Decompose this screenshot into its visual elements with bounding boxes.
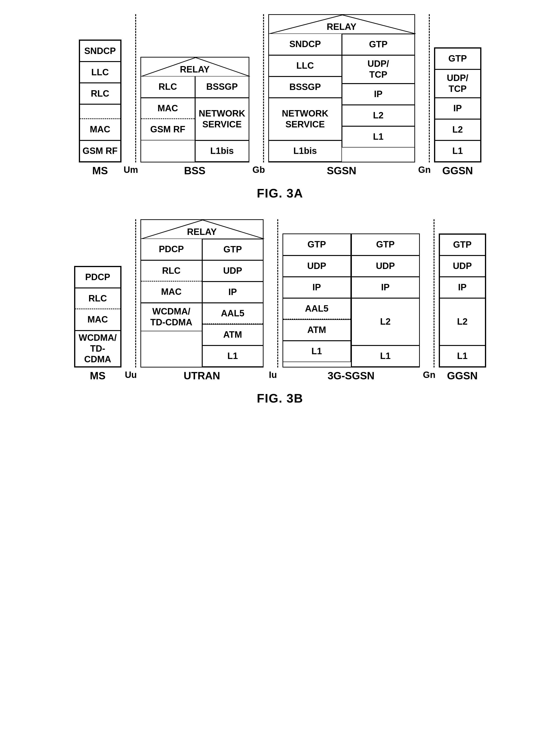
bss-left-col: RLC MAC GSM RF <box>141 77 195 162</box>
gb-interface <box>249 14 268 162</box>
iu-label-area: Iu <box>263 370 282 380</box>
ms3b-mac: MAC <box>75 309 121 331</box>
ggsn-group-3a: GTP UDP/TCP IP L2 L1 <box>434 47 481 162</box>
sgsn3g-atm-l: ATM <box>283 319 351 341</box>
fig3b-diagram: PDCP RLC MAC WCDMA/TD-CDMA <box>74 219 486 382</box>
sgsn-bssgp: BSSGP <box>269 77 341 98</box>
ms-stack: SNDCP LLC RLC MAC GSM RF <box>79 40 121 162</box>
figure-3b: PDCP RLC MAC WCDMA/TD-CDMA <box>19 219 541 405</box>
sgsn3g-udp-l: UDP <box>283 256 351 277</box>
bss-rlc: RLC <box>141 77 195 98</box>
uu-interface <box>121 219 140 368</box>
ggsn-stack-3a: GTP UDP/TCP IP L2 L1 <box>434 47 481 162</box>
labels-row-3a: MS Um BSS Gb SGSN <box>79 165 481 177</box>
utran-group: RELAY PDCP RLC MAC WCDMA/TD-CDMA <box>140 219 263 368</box>
ms-rlc: RLC <box>80 83 121 104</box>
ggsn-stack-3b: GTP UDP IP L2 L1 <box>439 234 486 368</box>
sgsn3g-l1-r: L1 <box>352 345 419 367</box>
sgsn3g-left-col: GTP UDP IP AAL5 ATM L1 <box>283 234 351 367</box>
sgsn-ip: IP <box>342 84 414 105</box>
ms-label-3b: MS <box>74 370 121 382</box>
utran-relay-header: RELAY <box>141 220 263 239</box>
ggsn-ip: IP <box>435 98 481 119</box>
sgsn3g-aal5-l: AAL5 <box>283 298 351 319</box>
bss-bssgp: BSSGP <box>195 77 248 98</box>
sgsn-llc: LLC <box>269 55 341 77</box>
fig3a-caption: FIG. 3A <box>257 186 303 200</box>
fig3b-caption: FIG. 3B <box>257 391 303 405</box>
ms-gsmrf: GSM RF <box>80 140 121 162</box>
utran-right-col: GTP UDP IP AAL5 ATM L1 <box>202 239 263 367</box>
fig3a-diagram: SNDCP LLC RLC MAC GSM RF <box>79 14 481 177</box>
bss-label-area: BSS <box>140 165 249 177</box>
sgsn-relay-columns: SNDCP LLC BSSGP NETWORK SERVICE L1bis GT… <box>269 34 414 162</box>
ggsn-l1: L1 <box>435 140 481 162</box>
sgsn-left-col: SNDCP LLC BSSGP NETWORK SERVICE L1bis <box>269 34 341 162</box>
ms-group: SNDCP LLC RLC MAC GSM RF <box>79 40 121 162</box>
sgsn3g-box: GTP UDP IP AAL5 ATM L1 GTP UDP <box>282 234 420 368</box>
sgsn-sndcp: SNDCP <box>269 34 341 55</box>
utran-rlc: RLC <box>141 260 202 281</box>
gb-label-area: Gb <box>249 165 268 175</box>
iu-interface <box>263 219 282 368</box>
ms-mac: MAC <box>80 119 121 140</box>
utran-wcdma: WCDMA/TD-CDMA <box>141 303 202 331</box>
sgsn-gtp: GTP <box>342 34 414 55</box>
gn-interface-3b <box>420 219 439 368</box>
utran-aal5: AAL5 <box>202 303 263 324</box>
ms3b-rlc: RLC <box>75 288 121 309</box>
bss-network-service: NETWORK SERVICE <box>195 98 248 140</box>
sgsn-relay-header: RELAY <box>269 15 414 34</box>
sgsn3g-l2-r: L2 <box>352 298 419 345</box>
ms-group-3b: PDCP RLC MAC WCDMA/TD-CDMA <box>74 266 121 368</box>
utran-relay-box: RELAY PDCP RLC MAC WCDMA/TD-CDMA <box>140 219 263 368</box>
sgsn-l1bis: L1bis <box>269 140 341 162</box>
um-interface <box>121 14 140 162</box>
utran-left-col: PDCP RLC MAC WCDMA/TD-CDMA <box>141 239 202 367</box>
ms-dashed <box>80 104 121 119</box>
ms3b-pdcp: PDCP <box>75 266 121 288</box>
figures-container: SNDCP LLC RLC MAC GSM RF <box>19 14 541 405</box>
sgsn-l1: L1 <box>342 126 414 147</box>
bss-relay-columns: RLC MAC GSM RF BSSGP NETWORK SERVICE L1b… <box>141 77 248 162</box>
sgsn-udptcp: UDP/TCP <box>342 55 414 84</box>
sgsn-relay-box: RELAY SNDCP LLC BSSGP NETWORK SERVICE L1… <box>268 14 415 162</box>
sgsn3g-gtp-l: GTP <box>283 234 351 256</box>
sgsn-relay-label: RELAY <box>327 22 356 33</box>
ggsn-label-area-3b: GGSN <box>439 370 486 382</box>
bss-gsmrf: GSM RF <box>141 119 195 140</box>
sgsn3g-gtp-r: GTP <box>352 234 419 256</box>
ggsn3b-l1: L1 <box>439 345 485 367</box>
um-label-area: Um <box>121 165 140 175</box>
utran-relay-label: RELAY <box>187 227 217 238</box>
utran-pdcp: PDCP <box>141 239 202 260</box>
sgsn3g-ip-r: IP <box>352 277 419 298</box>
utran-udp: UDP <box>202 260 263 281</box>
gn-label-area-3b: Gn <box>420 370 439 380</box>
utran-ip: IP <box>202 281 263 303</box>
ggsn3b-ip: IP <box>439 277 485 298</box>
sgsn-group: RELAY SNDCP LLC BSSGP NETWORK SERVICE L1… <box>268 14 415 162</box>
sgsn3g-udp-r: UDP <box>352 256 419 277</box>
ms-llc: LLC <box>80 62 121 83</box>
gn-label-area-3a: Gn <box>415 165 434 175</box>
utran-relay-columns: PDCP RLC MAC WCDMA/TD-CDMA GTP UDP IP AA… <box>141 239 263 367</box>
ms-label-3a: MS <box>79 165 121 177</box>
bss-relay-box: RELAY RLC MAC GSM RF B <box>140 57 249 162</box>
ms-stack-3b: PDCP RLC MAC WCDMA/TD-CDMA <box>74 266 121 368</box>
utran-atm: ATM <box>202 324 263 345</box>
sgsn3g-ip-l: IP <box>283 277 351 298</box>
sgsn-label-area: SGSN <box>268 165 415 177</box>
utran-label-area: UTRAN <box>140 370 263 382</box>
sgsn3g-l1-l: L1 <box>283 341 351 362</box>
sgsn3g-right-col: GTP UDP IP L2 L1 <box>351 234 419 367</box>
bss-group: RELAY RLC MAC GSM RF B <box>140 57 249 162</box>
ms-sndcp: SNDCP <box>80 40 121 62</box>
sgsn3g-group: GTP UDP IP AAL5 ATM L1 GTP UDP <box>282 234 420 368</box>
figure-3a: SNDCP LLC RLC MAC GSM RF <box>19 14 541 200</box>
sgsn-l2: L2 <box>342 105 414 126</box>
labels-row-3b: MS Uu UTRAN Iu 3G-SGSN <box>74 370 486 382</box>
uu-label-area: Uu <box>121 370 140 380</box>
utran-l1: L1 <box>202 345 263 367</box>
ggsn-label-area-3a: GGSN <box>434 165 481 177</box>
